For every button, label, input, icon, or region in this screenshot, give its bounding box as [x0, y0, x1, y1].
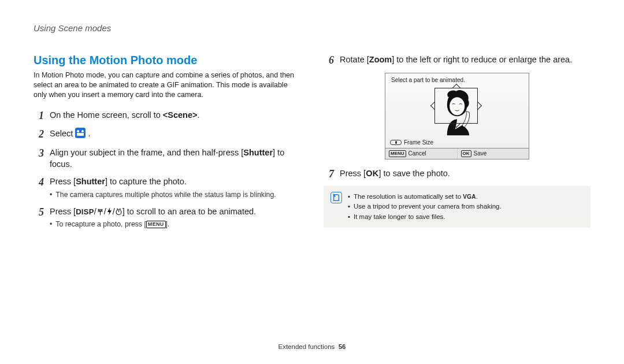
left-column: Using the Motion Photo mode In Motion Ph…	[34, 54, 300, 337]
step-text: Align your subject in the frame, and the…	[50, 148, 243, 157]
ok-button-label: OK	[366, 169, 378, 178]
camera-screen-softkeys: MENU Cancel OK Save	[385, 148, 529, 159]
step-text: Press [	[50, 177, 76, 186]
note-line-3: It may take longer to save files.	[348, 212, 584, 222]
timer-icon	[115, 208, 122, 216]
right-column: 6 Rotate [Zoom] to the left or right to …	[324, 54, 590, 337]
ok-button-label: OK	[461, 150, 471, 157]
note-icon	[330, 192, 342, 203]
note-box: The resolution is automatically set to V…	[324, 186, 590, 228]
step-number: 6	[324, 54, 334, 67]
chapter-name: Extended functions	[278, 343, 335, 350]
manual-page: Using Scene modes Using the Motion Photo…	[0, 0, 624, 364]
step-text: Press [	[50, 207, 76, 216]
frame-size-legend: Frame Size	[390, 139, 433, 146]
flash-icon	[106, 207, 113, 216]
disp-button-label: DISP	[76, 207, 94, 216]
macro-icon	[96, 208, 104, 216]
step-5-sub: To recapture a photo, press [MENU].	[50, 220, 300, 229]
step-text: Select	[50, 129, 75, 138]
zoom-rocker-icon	[390, 140, 402, 145]
softkey-cancel: MENU Cancel	[385, 148, 458, 159]
scene-keyword: <Scene>	[163, 110, 198, 120]
step-number: 1	[34, 109, 44, 122]
step-4-sub: The camera captures multiple photos whil…	[50, 190, 300, 200]
step-list-right: 6 Rotate [Zoom] to the left or right to …	[324, 54, 590, 67]
page-footer: Extended functions 56	[34, 337, 590, 350]
menu-button-label: MENU	[389, 150, 406, 157]
running-header: Using Scene modes	[34, 23, 590, 33]
shutter-keyword: Shutter	[76, 177, 105, 186]
step-number: 5	[34, 206, 44, 219]
softkey-save: OK Save	[458, 148, 529, 159]
step-number: 3	[34, 147, 44, 160]
intro-paragraph: In Motion Photo mode, you can capture an…	[34, 70, 300, 100]
step-7: 7 Press [OK] to save the photo.	[324, 168, 590, 181]
selection-frame	[434, 88, 478, 124]
note-line-2: Use a tripod to prevent your camera from…	[348, 202, 584, 211]
step-5: 5 Press [DISP///] to scroll to an area t…	[34, 206, 300, 230]
step-2: 2 Select .	[34, 128, 300, 141]
step-text: Press [	[340, 169, 366, 178]
zoom-keyword: Zoom	[369, 55, 392, 64]
menu-button-label: MENU	[146, 221, 166, 228]
step-list-left: 1 On the Home screen, scroll to <Scene>.…	[34, 109, 300, 230]
vga-badge: VGA	[463, 194, 476, 200]
section-heading: Using the Motion Photo mode	[34, 54, 300, 67]
camera-screen-illustration: Select a part to be animated.	[324, 73, 590, 159]
step-1: 1 On the Home screen, scroll to <Scene>.	[34, 109, 300, 122]
step-text: Rotate [	[340, 55, 369, 64]
motion-photo-mode-icon	[75, 128, 86, 138]
shutter-keyword: Shutter	[243, 148, 273, 157]
step-6: 6 Rotate [Zoom] to the left or right to …	[324, 54, 590, 67]
step-number: 4	[34, 176, 44, 189]
camera-screen-caption: Select a part to be animated.	[391, 77, 465, 83]
step-text: On the Home screen, scroll to	[50, 110, 163, 120]
note-line-1: The resolution is automatically set to V…	[348, 192, 584, 202]
step-list-right-2: 7 Press [OK] to save the photo.	[324, 168, 590, 181]
page-number: 56	[339, 343, 346, 350]
step-number: 2	[34, 128, 44, 141]
two-column-layout: Using the Motion Photo mode In Motion Ph…	[34, 54, 590, 337]
step-number: 7	[324, 168, 334, 181]
step-3: 3 Align your subject in the frame, and t…	[34, 147, 300, 170]
step-4: 4 Press [Shutter] to capture the photo. …	[34, 176, 300, 200]
